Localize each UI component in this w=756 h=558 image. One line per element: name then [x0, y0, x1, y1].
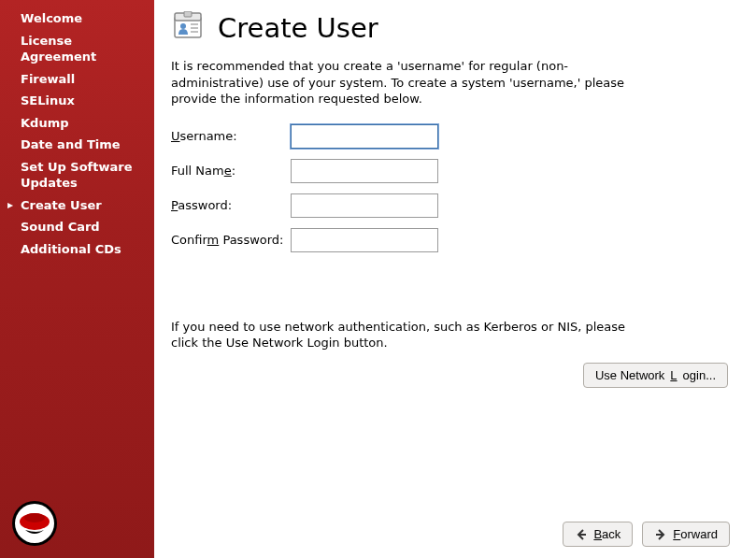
redhat-logo [11, 500, 58, 547]
svg-point-3 [24, 513, 45, 522]
username-row: Username: [171, 124, 730, 149]
sidebar-item-additional-cds[interactable]: Additional CDs [0, 238, 154, 261]
forward-button[interactable]: Forward [642, 522, 730, 547]
sidebar-item-selinux[interactable]: SELinux [0, 90, 154, 112]
back-button[interactable]: Back [563, 522, 633, 547]
use-network-login-button[interactable]: Use Network Login... [583, 363, 728, 388]
username-label: Username: [171, 129, 291, 143]
sidebar-item-kdump[interactable]: Kdump [0, 112, 154, 135]
sidebar-item-datetime[interactable]: Date and Time [0, 134, 154, 156]
sidebar-item-license[interactable]: License Agreement [0, 30, 154, 68]
fullname-input[interactable] [291, 159, 438, 183]
sidebar-item-updates[interactable]: Set Up Software Updates [0, 156, 154, 194]
sidebar-item-create-user[interactable]: Create User [0, 194, 154, 217]
footer-buttons: Back Forward [563, 522, 730, 547]
network-auth-note: If you need to use network authenticatio… [171, 319, 648, 351]
sidebar-item-firewall[interactable]: Firewall [0, 68, 154, 91]
svg-rect-6 [184, 11, 192, 17]
password-input[interactable] [291, 193, 438, 218]
page-header: Create User [171, 11, 730, 45]
password-row: Password: [171, 193, 730, 218]
arrow-right-icon [654, 528, 667, 541]
main-content: Create User It is recommended that you c… [154, 0, 756, 558]
arrow-left-icon [575, 528, 588, 541]
username-input[interactable] [291, 124, 438, 149]
confirm-password-input[interactable] [291, 228, 438, 252]
intro-text: It is recommended that you create a 'use… [171, 58, 629, 107]
svg-point-7 [180, 23, 186, 29]
sidebar: Welcome License Agreement Firewall SELin… [0, 0, 154, 558]
confirm-password-label: Confirm Password: [171, 233, 291, 247]
password-label: Password: [171, 198, 291, 212]
page-title: Create User [218, 12, 378, 44]
sidebar-item-soundcard[interactable]: Sound Card [0, 216, 154, 238]
confirm-password-row: Confirm Password: [171, 228, 730, 252]
fullname-label: Full Name: [171, 164, 291, 178]
sidebar-item-welcome[interactable]: Welcome [0, 7, 154, 30]
fullname-row: Full Name: [171, 159, 730, 183]
user-badge-icon [171, 11, 205, 45]
